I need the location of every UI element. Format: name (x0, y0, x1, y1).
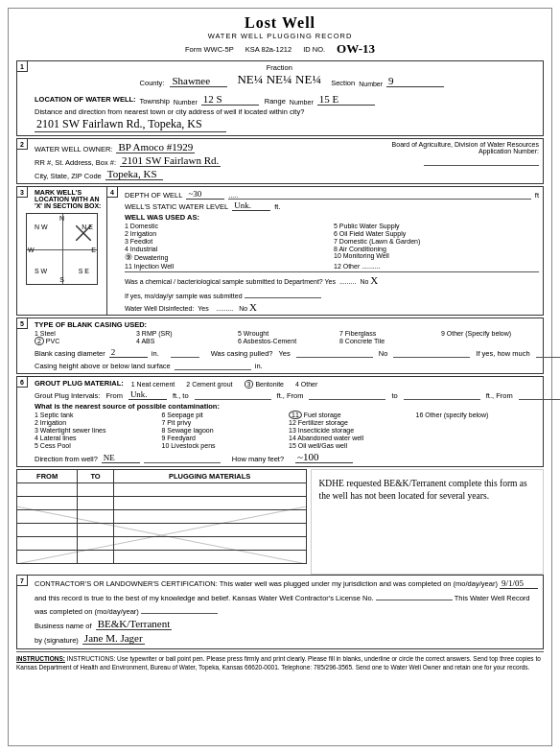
to-label-1: ft., to (173, 391, 189, 400)
chem-dots: ......... (339, 278, 357, 285)
compass-e: E (91, 246, 96, 252)
src-16: 16 Other (specify below) (416, 412, 540, 418)
cell-to-5 (78, 537, 114, 551)
section-1-number: 1 (16, 60, 28, 72)
src-7: 7 Pit privy (162, 419, 286, 426)
from-field-3 (519, 388, 560, 400)
mat-3: 3 Bentonite (245, 381, 284, 388)
from-label: From (105, 391, 123, 400)
depth-value: ~30 (186, 189, 224, 200)
township-value: 12 S (201, 93, 259, 106)
direction-label: Direction from well? (35, 455, 98, 463)
use-10: 10 Monitoring Well (334, 252, 539, 262)
src-4: 4 Lateral lines (35, 435, 158, 441)
use-2: 2 Irrigation (125, 230, 330, 237)
form-number: Form WWC-5P (185, 45, 234, 54)
app-label: Application Number: (392, 148, 539, 154)
section-6-label: GROUT PLUG MATERIAL: (35, 379, 124, 388)
township-label: Township (140, 97, 170, 106)
compass-nw: N W (35, 224, 48, 230)
src-3: 3 Watertight sewer lines (35, 427, 158, 434)
id-value: OW-13 (337, 41, 375, 57)
static-value: Unk. (232, 200, 270, 211)
section-4-number: 4 (106, 186, 118, 198)
compass-n: N (59, 215, 64, 222)
height-unit: in. (255, 362, 263, 370)
chem-date-field (245, 287, 321, 298)
table-row (17, 510, 307, 524)
section-1-label: LOCATION OF WATER WELL: (35, 95, 136, 104)
completed-date-field (141, 602, 218, 614)
section-2: 2 WATER WELL OWNER: BP Amoco #1929 RR #,… (16, 138, 544, 184)
form-title: Lost Well (16, 14, 544, 32)
direction-value: NE (102, 453, 140, 463)
cert-date: 9/1/05 (500, 578, 538, 589)
distance-label: Distance and direction from nearest town… (35, 107, 304, 116)
used-label: WELL WAS USED AS: (125, 213, 199, 222)
use-11: 11 Injection Well (125, 263, 330, 270)
rr-label: RR #, St. Address, Box #: (35, 158, 116, 167)
kdhe-note: KDHE requested BE&K/Terranent complete t… (315, 474, 540, 507)
disinfected-yes: Yes (198, 305, 208, 312)
type-5: 5 Wrought (238, 330, 336, 337)
cell-from-1 (17, 483, 78, 497)
city-label: City, State, ZIP Code (35, 172, 102, 180)
range-label: Range (265, 97, 286, 106)
chem-sub: If yes, mo/day/yr sample was submitted (125, 293, 243, 299)
pulled-no-field (393, 346, 470, 358)
src-11: 11 Fuel storage (289, 412, 412, 418)
compass-sw: S W (35, 268, 47, 274)
form-page: Lost Well WATER WELL PLUGGING RECORD For… (8, 8, 552, 746)
chem-no: No (360, 278, 368, 285)
section-2-number: 2 (16, 138, 28, 150)
signature-value: Jane M. Jager (82, 632, 145, 645)
section-3-number: 3 (16, 186, 28, 198)
pulled-label: Was casing pulled? (211, 349, 273, 358)
use-4: 4 Industrial (125, 246, 330, 252)
static-label: WELL'S STATIC WATER LEVEL (125, 202, 228, 211)
type-7: 7 Fiberglass (339, 330, 437, 337)
src-6: 6 Seepage pit (162, 412, 286, 418)
contamination-label: What is the nearest source of possible c… (35, 402, 220, 411)
depth-label: DEPTH OF WELL (125, 191, 182, 200)
compass-w: W (28, 246, 35, 252)
type-2: 2 PVC (35, 338, 132, 344)
license-field (376, 589, 453, 600)
instructions-section: INSTRUCTIONS: INSTRUCTIONS: Use typewrit… (16, 651, 544, 671)
cell-from-6 (17, 551, 78, 564)
form-header: Lost Well WATER WELL PLUGGING RECORD For… (16, 14, 544, 57)
fraction-value: NE¼ NE¼ NE¼ (237, 72, 321, 87)
cell-mat-4 (113, 524, 306, 537)
cell-from-5 (17, 537, 78, 551)
cell-mat-2 (113, 497, 306, 510)
kdhe-note-wrap: KDHE requested BE&K/Terranent complete t… (311, 469, 545, 575)
diameter-value: 2 (109, 347, 148, 358)
use-5: 5 Public Water Supply (334, 223, 539, 229)
sections-34: 3 MARK WELL'S LOCATION WITH AN 'X' IN SE… (16, 186, 544, 316)
from-value: Unk. (128, 389, 167, 400)
type-3: 3 RMP (SR) (136, 330, 234, 337)
src-8: 8 Sewage lagoon (162, 427, 286, 434)
section-4: 4 DEPTH OF WELL ~30 ..... ft WELL'S STAT… (107, 186, 544, 316)
type-9: 9 Other (Specify below) (441, 330, 539, 337)
src-5: 5 Cess Pool (35, 442, 158, 449)
county-value: Shawnee (170, 75, 227, 87)
range-number-label: Number (290, 99, 314, 106)
app-number-field (424, 154, 539, 166)
table-row (17, 497, 307, 510)
section-1: 1 LOCATION OF WATER WELL: County: Shawne… (16, 60, 544, 136)
section-5: 5 TYPE OF BLANK CASING USED: 1 Steel 3 R… (16, 318, 544, 374)
disinfected-label: Water Well Disinfected: (125, 305, 194, 312)
cell-to-1 (78, 483, 114, 497)
depth-dots: ..... (228, 192, 530, 200)
city-value: Topeka, KS (105, 168, 163, 180)
cell-mat-1 (113, 483, 306, 497)
rr-value: 2101 SW Fairlawn Rd. (120, 154, 221, 167)
pulled-how: If yes, how much (476, 349, 529, 358)
to-field-2 (404, 388, 480, 400)
height-field (175, 359, 251, 370)
from-field-2 (309, 388, 385, 400)
township-number-label: Number (174, 99, 198, 106)
type-6: 6 Asbestos-Cement (238, 338, 336, 344)
cell-from-3 (17, 510, 78, 524)
